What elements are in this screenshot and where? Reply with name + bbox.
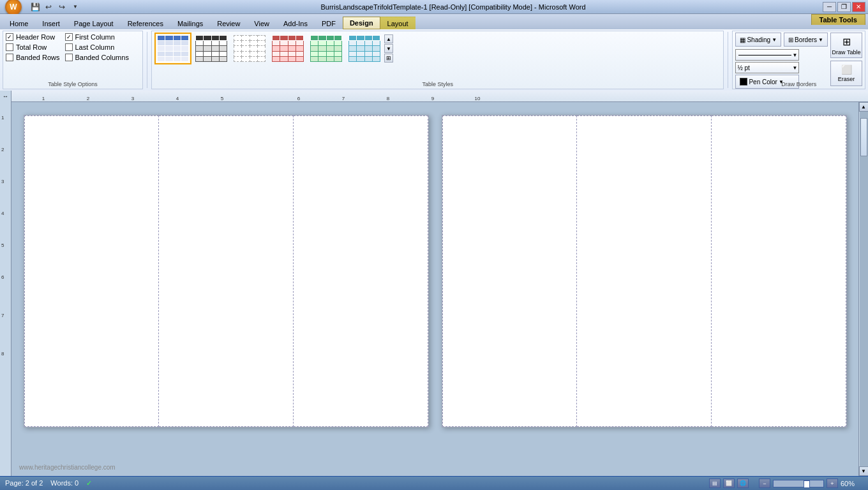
top-controls: ▦ Shading ▼ ⊞ Borders ▼ — [735, 33, 828, 47]
tab-page-layout[interactable]: Page Layout — [67, 17, 121, 29]
window-title: BurrisLandscapeTrifoldTemplate-1 [Read-O… — [320, 3, 585, 11]
undo-button[interactable]: ↩ — [43, 1, 54, 13]
minimize-button[interactable]: ─ — [823, 2, 836, 12]
first-column-checkbox[interactable] — [65, 33, 73, 41]
v-ruler-6: 6 — [1, 274, 4, 280]
tab-insert[interactable]: Insert — [35, 17, 67, 29]
table-style-3[interactable] — [231, 33, 268, 64]
scroll-expand-button[interactable]: ⊞ — [384, 54, 393, 63]
website-footer-area: www.heritagechristiancollege.com — [19, 463, 116, 471]
banded-rows-checkbox[interactable] — [6, 54, 13, 61]
line-style-dropdown-arrow: ▼ — [793, 52, 798, 58]
table-style-5[interactable] — [308, 33, 345, 64]
shading-button[interactable]: ▦ Shading ▼ — [735, 33, 781, 47]
style-options-col-right: First Column Last Column Banded Columns — [65, 33, 129, 62]
tab-pdf[interactable]: PDF — [315, 17, 343, 29]
table-styles-scroll: ▲ ▼ ⊞ — [384, 34, 393, 63]
scroll-thumb[interactable] — [860, 118, 867, 156]
header-row-checkbox[interactable] — [6, 33, 13, 41]
table-style-6[interactable] — [346, 33, 383, 64]
document-area: www.heritagechristiancollege.com — [11, 102, 858, 476]
close-button[interactable]: ✕ — [852, 2, 865, 12]
office-button[interactable]: W — [5, 0, 22, 15]
banded-columns-option[interactable]: Banded Columns — [65, 54, 129, 61]
tab-view[interactable]: View — [247, 17, 276, 29]
window-controls: ─ ❐ ✕ — [823, 2, 865, 12]
table-tools-label: Table Tools — [811, 14, 866, 25]
borders-button[interactable]: ⊞ Borders ▼ — [784, 33, 828, 47]
check-icon[interactable]: ✓ — [86, 479, 92, 487]
save-button[interactable]: 💾 — [29, 1, 41, 13]
banded-rows-label: Banded Rows — [16, 54, 60, 61]
total-row-checkbox[interactable] — [6, 43, 13, 51]
line-weight-select[interactable]: ½ pt ▼ — [735, 62, 799, 73]
zoom-out-button[interactable]: − — [759, 479, 770, 488]
ruler-num-1: 1 — [42, 96, 45, 101]
draw-borders-group: ▦ Shading ▼ ⊞ Borders ▼ ▼ — [732, 31, 865, 89]
ribbon-tab-bar: Home Insert Page Layout References Maili… — [0, 14, 868, 29]
first-column-option[interactable]: First Column — [65, 33, 129, 41]
table-style-2[interactable] — [193, 33, 230, 64]
tab-review[interactable]: Review — [210, 17, 247, 29]
line-style-preview — [738, 55, 791, 56]
banded-columns-checkbox[interactable] — [65, 54, 73, 61]
header-row-option[interactable]: Header Row — [6, 33, 60, 41]
table-cell-2-3 — [711, 116, 846, 427]
line-weight-value: ½ pt — [737, 64, 792, 71]
ruler-left-corner[interactable]: ↔ — [0, 91, 11, 102]
tab-references[interactable]: References — [121, 17, 170, 29]
scroll-track[interactable] — [860, 112, 868, 466]
main-content-area: 1 2 3 4 5 6 7 8 — [0, 102, 868, 476]
website-url: www.heritagechristiancollege.com — [19, 464, 116, 471]
view-mode-full[interactable]: ⬜ — [723, 479, 735, 488]
tab-layout[interactable]: Layout — [380, 17, 415, 29]
table-cell-1-2 — [159, 116, 294, 427]
quick-access-toolbar: 💾 ↩ ↪ ▼ — [27, 1, 84, 13]
table-styles-content: ▲ ▼ ⊞ — [154, 33, 721, 89]
scroll-down-button[interactable]: ▼ — [384, 44, 393, 53]
line-style-select[interactable]: ▼ — [735, 49, 799, 61]
redo-button[interactable]: ↪ — [56, 1, 68, 13]
tab-add-ins[interactable]: Add-Ins — [276, 17, 315, 29]
view-mode-web[interactable]: 🌐 — [737, 479, 749, 488]
style-options-group-title: Table Style Options — [3, 81, 142, 87]
scroll-up-button[interactable]: ▲ — [859, 102, 869, 112]
table-cell-1-3 — [293, 116, 428, 427]
shading-label: Shading — [747, 36, 770, 43]
last-column-label: Last Column — [75, 43, 115, 51]
draw-table-button[interactable]: ⊞ Draw Table — [830, 33, 862, 58]
total-row-option[interactable]: Total Row — [6, 43, 60, 51]
v-ruler-7: 7 — [1, 313, 4, 318]
banded-rows-option[interactable]: Banded Rows — [6, 54, 60, 61]
restore-button[interactable]: ❐ — [837, 2, 851, 12]
scroll-down-button[interactable]: ▼ — [859, 466, 869, 476]
zoom-thumb[interactable] — [804, 480, 810, 488]
vertical-scrollbar[interactable]: ▲ ▼ — [858, 102, 868, 476]
tab-mailings[interactable]: Mailings — [170, 17, 210, 29]
status-bar-right: ▤ ⬜ 🌐 − + 60% — [709, 479, 863, 488]
v-ruler-1: 1 — [1, 115, 4, 121]
banded-columns-label: Banded Columns — [75, 54, 129, 61]
scroll-up-button[interactable]: ▲ — [384, 34, 393, 43]
ruler-num-9: 9 — [431, 96, 434, 101]
table-style-1[interactable] — [154, 33, 191, 64]
status-bar-left: Page: 2 of 2 Words: 0 ✓ — [5, 479, 92, 487]
tab-row-wrapper: Table Tools Home Insert Page Layout Refe… — [0, 14, 868, 29]
trifold-table-2 — [442, 115, 846, 427]
tab-design[interactable]: Design — [343, 17, 380, 29]
table-cell-1-1 — [24, 116, 159, 427]
view-mode-print[interactable]: ▤ — [709, 479, 721, 488]
borders-dropdown-icon: ▼ — [818, 37, 823, 43]
zoom-slider[interactable] — [773, 480, 824, 487]
last-column-option[interactable]: Last Column — [65, 43, 129, 51]
ruler-num-10: 10 — [475, 96, 481, 101]
last-column-checkbox[interactable] — [65, 43, 73, 51]
page-2 — [442, 115, 847, 427]
quick-access-dropdown[interactable]: ▼ — [70, 1, 81, 13]
style-options-col-left: Header Row Total Row Banded Rows — [6, 33, 60, 62]
zoom-in-button[interactable]: + — [827, 479, 838, 488]
ruler-container: ↔ 1 2 3 4 5 6 7 8 9 10 — [0, 91, 868, 102]
tab-home[interactable]: Home — [3, 17, 35, 29]
table-style-4[interactable] — [269, 33, 306, 64]
draw-buttons: ⊞ Draw Table ⬜ Eraser — [830, 33, 862, 86]
